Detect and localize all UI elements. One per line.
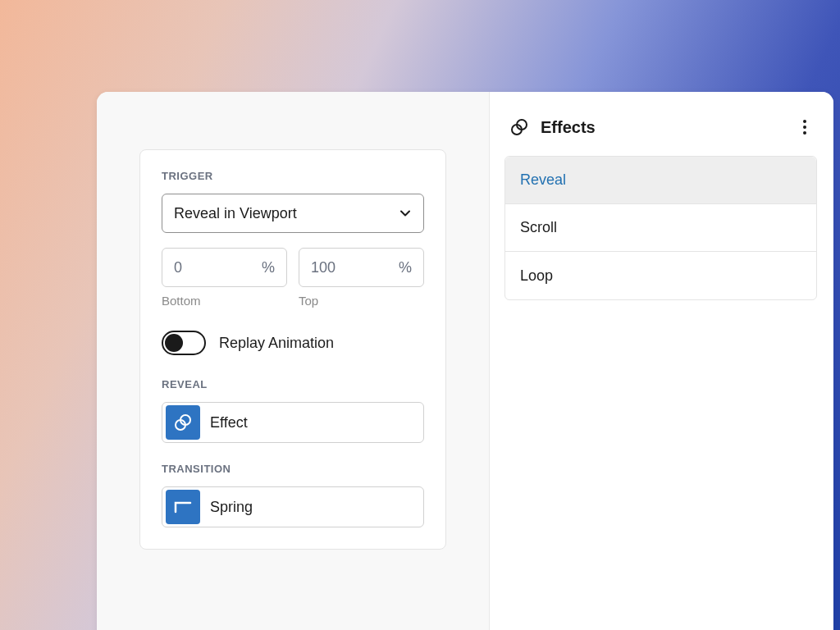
more-menu-button[interactable] (797, 116, 812, 138)
list-item-scroll[interactable]: Scroll (505, 204, 816, 252)
bottom-offset-input[interactable]: 0 % (162, 248, 287, 287)
offset-inputs: 0 % 100 % (162, 248, 424, 287)
top-label: Top (299, 294, 424, 308)
trigger-select[interactable]: Reveal in Viewport (162, 194, 424, 233)
toggle-knob (165, 334, 183, 352)
transition-select[interactable]: Spring (162, 486, 424, 527)
list-item-reveal[interactable]: Reveal (505, 157, 816, 204)
transition-value: Spring (210, 499, 253, 516)
percent-unit: % (262, 259, 275, 276)
trigger-heading: TRIGGER (162, 170, 424, 182)
settings-card: TRIGGER Reveal in Viewport 0 % 100 % Bot… (139, 149, 446, 550)
dot-icon (803, 131, 806, 135)
top-value: 100 (311, 259, 336, 276)
top-offset-input[interactable]: 100 % (299, 248, 424, 287)
app-container: TRIGGER Reveal in Viewport 0 % 100 % Bot… (97, 92, 833, 630)
percent-unit: % (399, 259, 412, 276)
effects-list: Reveal Scroll Loop (504, 156, 817, 300)
layers-icon (166, 405, 200, 440)
reveal-value: Effect (210, 414, 248, 431)
replay-label: Replay Animation (219, 335, 334, 352)
replay-row: Replay Animation (162, 331, 424, 355)
bottom-value: 0 (174, 259, 182, 276)
panel-title-wrap: Effects (509, 117, 596, 137)
replay-toggle[interactable] (162, 331, 206, 355)
dot-icon (803, 126, 806, 129)
panel-header: Effects (504, 112, 817, 156)
panel-title: Effects (541, 118, 596, 137)
chevron-down-icon (399, 207, 412, 220)
effects-sidebar: Effects Reveal Scroll Loop (489, 92, 833, 630)
settings-pane: TRIGGER Reveal in Viewport 0 % 100 % Bot… (97, 92, 489, 630)
offset-labels: Bottom Top (162, 294, 424, 308)
dot-icon (803, 120, 806, 123)
curve-icon (166, 490, 200, 524)
transition-heading: TRANSITION (162, 463, 424, 475)
reveal-heading: REVEAL (162, 378, 424, 390)
reveal-effect-select[interactable]: Effect (162, 402, 424, 443)
effects-icon (509, 117, 529, 137)
trigger-value: Reveal in Viewport (174, 205, 297, 222)
list-item-loop[interactable]: Loop (505, 252, 816, 299)
bottom-label: Bottom (162, 294, 287, 308)
